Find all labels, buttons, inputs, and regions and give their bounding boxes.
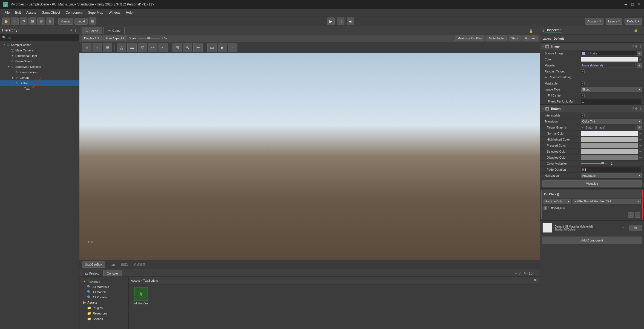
inspector-menu-btn[interactable]: ⋮: [639, 28, 642, 32]
normal-color-edit-icon[interactable]: ✏: [639, 132, 642, 135]
rect2-tool-btn[interactable]: ▭: [207, 43, 217, 52]
default-tab[interactable]: Default: [554, 37, 564, 40]
add-tool-btn[interactable]: +: [93, 43, 102, 52]
mountain2-tool-btn[interactable]: ⛰: [127, 43, 137, 52]
ruler-tool-btn[interactable]: ⊢: [193, 43, 203, 52]
pressed-color-edit-icon[interactable]: ✏: [639, 144, 642, 147]
pause-btn[interactable]: ⏸: [337, 18, 344, 25]
gizmos-btn[interactable]: Gizmos: [523, 36, 538, 41]
visualize-btn[interactable]: Visualize: [542, 180, 642, 187]
selected-color-field[interactable]: [581, 149, 638, 154]
snap-btn[interactable]: ⊞: [89, 18, 96, 25]
play2-tool-btn[interactable]: ▶: [218, 43, 227, 52]
sidebar-resources[interactable]: 📁 Resources: [82, 311, 126, 316]
hierarchy-menu-btn[interactable]: ⋮: [73, 28, 77, 32]
tree-item-maincamera[interactable]: 📷 Main Camera: [0, 48, 79, 53]
list-tool-btn[interactable]: ☰: [103, 43, 112, 52]
hierarchy-add-btn[interactable]: +: [70, 28, 72, 32]
tree-item-samplescene[interactable]: ▾ ⬡ SampleScene*: [0, 42, 79, 48]
mountain-tool-btn[interactable]: △: [117, 43, 126, 52]
sidebar-all-prefabs[interactable]: 🔍 All Prefabs: [82, 295, 126, 300]
file-item-addgeobox[interactable]: # addGeoBox: [131, 287, 151, 305]
hierarchy-search-input[interactable]: [8, 36, 77, 39]
source-image-field[interactable]: UISprite: [581, 51, 637, 56]
project-menu-btn[interactable]: ⋮: [534, 271, 538, 275]
inspector-tab[interactable]: Inspector: [545, 28, 562, 33]
material-field[interactable]: None (Material): [581, 63, 636, 68]
normal-color-field[interactable]: [581, 131, 638, 136]
tree-item-button[interactable]: ▾ ⊙ Button: [0, 80, 79, 86]
breadcrumb-assets[interactable]: Assets: [131, 279, 140, 282]
source-image-select-btn[interactable]: ◉: [637, 51, 642, 56]
aspect-dropdown[interactable]: Free Aspect ▾: [103, 36, 127, 41]
cursor-tool-btn[interactable]: ↖: [183, 43, 192, 52]
image-type-dropdown[interactable]: Sliced ▾: [581, 87, 642, 92]
grid-tool-btn[interactable]: ⊞: [173, 43, 182, 52]
interactable-checkbox[interactable]: ✓: [581, 113, 585, 117]
color-edit-icon[interactable]: ✏: [639, 57, 642, 61]
local-toggle[interactable]: Local: [74, 18, 88, 25]
sidebar-scenes[interactable]: 📁 Scenes: [82, 316, 126, 322]
gameobj-select-btn[interactable]: ◉: [563, 206, 565, 209]
maximize-btn[interactable]: □: [630, 2, 635, 7]
hand-tool-btn[interactable]: ✋: [2, 18, 10, 25]
wave-tool-btn[interactable]: 〰: [159, 43, 168, 52]
menu-component[interactable]: Component: [63, 10, 85, 15]
material-menu-btn[interactable]: ⋮: [625, 226, 628, 230]
target-graphic-field[interactable]: ⊙ Button (Image): [581, 125, 636, 130]
button-menu-btn[interactable]: ⋮: [639, 107, 642, 110]
menu-file[interactable]: File: [2, 10, 12, 15]
menu-assets[interactable]: Assets: [24, 10, 38, 15]
button-section-header[interactable]: ▾ ▣ Button ? ⚙ ⋮: [540, 105, 644, 112]
menu-edit[interactable]: Edit: [13, 10, 23, 15]
tree-item-text[interactable]: T Text: [0, 86, 79, 91]
display-dropdown[interactable]: Display 1 ▾: [82, 36, 102, 41]
scale-tool-btn[interactable]: ⊠: [28, 18, 36, 25]
onclick-remove-btn[interactable]: -: [635, 212, 640, 218]
scene-menu-btn[interactable]: ⋮: [534, 29, 538, 33]
project-count-btn[interactable]: 10: [529, 271, 533, 275]
breadcrumb-textscripts[interactable]: TextScripts: [143, 279, 158, 282]
onclick-add-btn[interactable]: +: [628, 212, 634, 218]
menu-gameobject[interactable]: GameObject: [39, 10, 62, 15]
close-btn[interactable]: ✕: [637, 2, 641, 7]
sidebar-assets[interactable]: ▶ Assets: [82, 300, 126, 305]
tab-scene[interactable]: ⬡ Scene: [82, 27, 102, 34]
menu-window[interactable]: Window: [107, 10, 123, 15]
material-help-btn[interactable]: ?: [622, 226, 624, 229]
layers-tool-btn[interactable]: ≡: [82, 43, 91, 52]
image-help-btn[interactable]: ?: [632, 45, 634, 48]
rect-tool-btn[interactable]: ⊞: [37, 18, 45, 25]
runtime-only-dropdown[interactable]: Runtime Only ▾: [544, 199, 571, 204]
menu-supermap[interactable]: SuperMap: [86, 10, 105, 15]
inspector-lock-btn[interactable]: 🔒: [634, 28, 638, 32]
center-toggle[interactable]: Center: [58, 18, 73, 25]
raycast-target-checkbox[interactable]: ✓: [581, 69, 585, 73]
material-edit-btn[interactable]: Edit...: [629, 225, 642, 231]
mute-btn[interactable]: Mute Audio: [487, 36, 507, 41]
sidebar-favorites[interactable]: ★ Favorites: [82, 279, 126, 284]
highlighted-color-field[interactable]: [581, 137, 638, 142]
triangle-tool-btn[interactable]: ▽: [138, 43, 147, 52]
fade-duration-field[interactable]: 0.1: [581, 167, 642, 172]
stats-btn[interactable]: Stats: [509, 36, 521, 41]
pen-tool-btn[interactable]: ✏: [148, 43, 157, 52]
project-eye-btn[interactable]: 👁: [524, 271, 527, 275]
tab-console[interactable]: Console: [103, 270, 121, 276]
sidebar-all-materials[interactable]: 🔍 All Materials: [82, 284, 126, 289]
pressed-color-field[interactable]: [581, 143, 638, 148]
add-geobox-btn[interactable]: 添加GeoBox: [82, 261, 105, 268]
minimize-btn[interactable]: ─: [624, 2, 628, 7]
button-settings-btn[interactable]: ⚙: [635, 107, 638, 110]
image-section-header[interactable]: ▾ ▣ Image ? ⚙ ⋮: [540, 43, 644, 50]
project-favorite-btn[interactable]: ☆: [519, 271, 522, 275]
scale-slider[interactable]: [138, 38, 160, 39]
layout-dropdown[interactable]: Default ▾: [625, 18, 642, 25]
arrow-tool-btn[interactable]: ←: [228, 43, 237, 52]
disabled-color-field[interactable]: [581, 155, 638, 160]
layers-dropdown[interactable]: Layers ▾: [606, 18, 622, 25]
button-help-btn[interactable]: ?: [632, 107, 634, 110]
rotate-tool-btn[interactable]: ↻: [20, 18, 27, 25]
color-multiplier-slider[interactable]: [581, 163, 608, 164]
tree-item-gameobject[interactable]: ⊙ GameObject: [0, 59, 79, 64]
